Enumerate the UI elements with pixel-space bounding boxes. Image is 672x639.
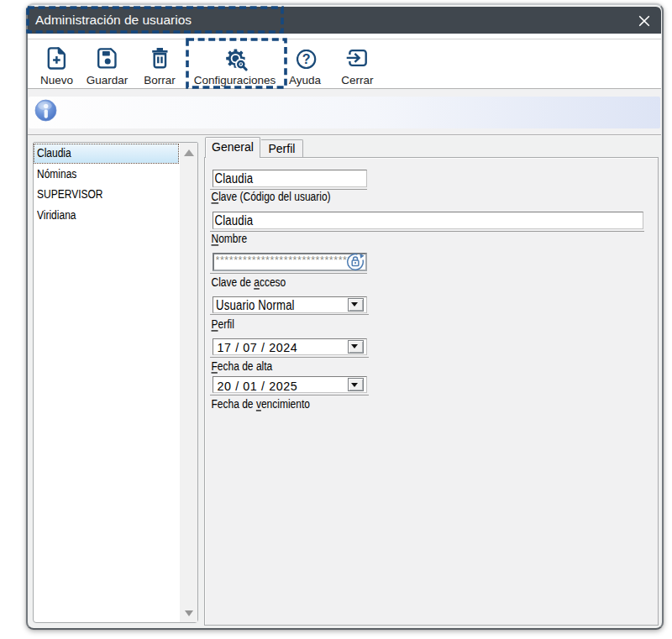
- svg-text:?: ?: [302, 52, 311, 66]
